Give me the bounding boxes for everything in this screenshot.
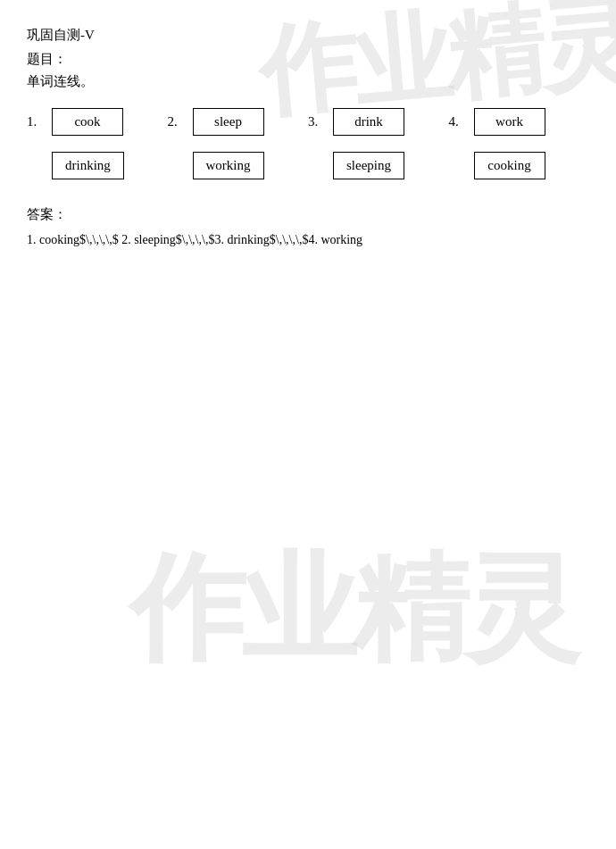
word-box-working: working (193, 152, 264, 179)
item-number-3: 3. (308, 114, 326, 129)
word-box-sleeping: sleeping (333, 152, 404, 179)
exercise-area: 1. cook 2. sleep 3. drink 4. work drinki… (27, 108, 589, 179)
watermark-bottom: 作业精灵 (129, 531, 576, 688)
instruction-text: 单词连线。 (27, 74, 94, 88)
top-item-4: 4. work (449, 108, 590, 136)
question-label: 题目： (27, 51, 589, 68)
item-number-1: 1. (27, 114, 45, 129)
bottom-words-row: drinking working sleeping cooking (27, 152, 589, 179)
bottom-item-1: drinking (27, 152, 168, 179)
word-box-drinking: drinking (52, 152, 124, 179)
question-label-text: 题目： (27, 52, 67, 66)
word-box-work: work (474, 108, 545, 136)
top-words-row: 1. cook 2. sleep 3. drink 4. work (27, 108, 589, 136)
word-box-cook: cook (52, 108, 123, 136)
bottom-item-3: sleeping (308, 152, 449, 179)
answer-label: 答案： (27, 206, 589, 223)
instruction: 单词连线。 (27, 73, 589, 90)
bottom-item-2: working (168, 152, 309, 179)
word-box-cooking: cooking (474, 152, 545, 179)
top-item-3: 3. drink (308, 108, 449, 136)
title-text: 巩固自测-V (27, 28, 95, 42)
bottom-item-4: cooking (449, 152, 590, 179)
word-box-drink: drink (333, 108, 404, 136)
item-number-4: 4. (449, 114, 467, 129)
answer-section: 答案： 1. cooking$\,\,\,\,$ 2. sleeping$\,\… (27, 206, 589, 250)
page-title: 巩固自测-V (27, 27, 589, 44)
answer-text: 1. cooking$\,\,\,\,$ 2. sleeping$\,\,\,\… (27, 230, 589, 250)
answer-label-text: 答案： (27, 207, 67, 221)
word-box-sleep: sleep (193, 108, 264, 136)
top-item-2: 2. sleep (168, 108, 309, 136)
item-number-2: 2. (168, 114, 186, 129)
top-item-1: 1. cook (27, 108, 168, 136)
